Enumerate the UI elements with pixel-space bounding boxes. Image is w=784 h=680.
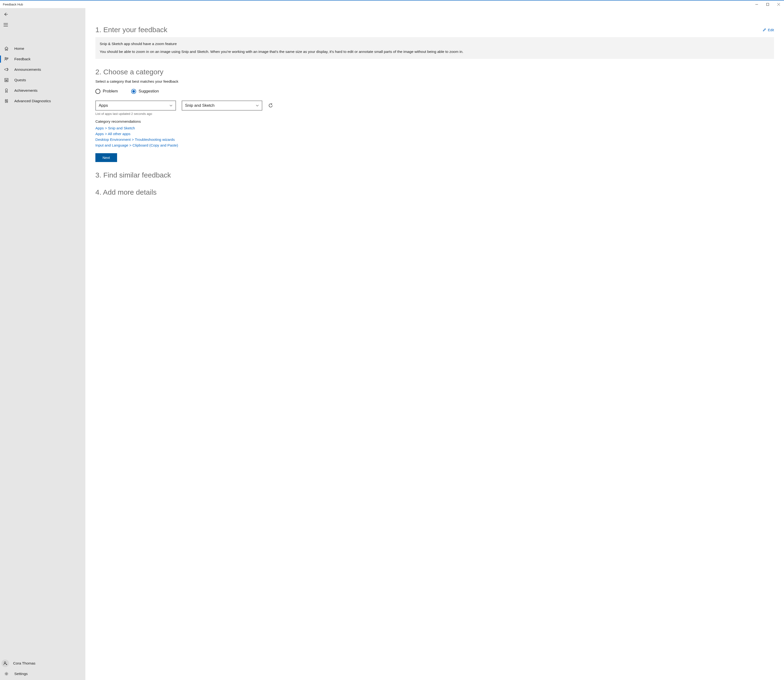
hamburger-button[interactable] (0, 19, 11, 30)
svg-point-1 (5, 57, 6, 59)
hamburger-icon (3, 22, 8, 27)
step2-heading: 2. Choose a category (95, 68, 774, 76)
back-arrow-icon (3, 12, 8, 17)
feedback-summary-box: Snip & Sketch app should have a zoom fea… (95, 37, 774, 59)
svg-rect-5 (7, 99, 8, 103)
award-icon (4, 88, 9, 93)
svg-point-6 (4, 662, 6, 663)
back-button[interactable] (0, 9, 11, 19)
chevron-down-icon (256, 104, 259, 107)
svg-rect-2 (5, 79, 8, 82)
sidebar: Home Feedback Announcements Quests (0, 8, 85, 680)
radio-suggestion[interactable]: Suggestion (131, 89, 159, 94)
gear-icon (4, 671, 9, 677)
step1-heading: 1. Enter your feedback (95, 26, 167, 34)
svg-rect-0 (767, 3, 769, 5)
svg-point-7 (6, 673, 7, 675)
sidebar-item-label: Settings (14, 672, 28, 676)
home-icon (4, 46, 9, 51)
sidebar-item-label: Home (14, 46, 24, 51)
svg-rect-4 (5, 99, 6, 103)
chevron-down-icon (169, 104, 173, 107)
avatar (2, 660, 9, 667)
minimize-button[interactable] (751, 0, 762, 8)
sidebar-item-label: Quests (14, 78, 26, 82)
svg-point-3 (5, 89, 8, 91)
edit-button[interactable]: Edit (762, 28, 774, 32)
quests-icon (4, 77, 9, 83)
sidebar-item-label: Feedback (14, 57, 30, 61)
pencil-icon (762, 28, 767, 32)
person-icon (3, 661, 8, 666)
radio-icon (95, 89, 100, 94)
window-title: Feedback Hub (3, 3, 23, 6)
radio-label: Problem (103, 89, 118, 94)
user-name: Cora Thomas (13, 661, 36, 666)
sidebar-item-home[interactable]: Home (0, 43, 85, 54)
refresh-button[interactable] (268, 103, 273, 108)
category-hint: List of apps last updated 2 seconds ago (95, 112, 774, 116)
step4-heading: 4. Add more details (95, 188, 774, 196)
feedback-icon (4, 57, 9, 62)
sidebar-item-label: Achievements (14, 88, 38, 93)
main-content: 1. Enter your feedback Edit Snip & Sketc… (85, 8, 784, 680)
sidebar-item-achievements[interactable]: Achievements (0, 85, 85, 96)
close-button[interactable] (773, 0, 784, 8)
maximize-icon (767, 3, 769, 6)
step3-heading: 3. Find similar feedback (95, 171, 774, 179)
sidebar-user[interactable]: Cora Thomas (0, 658, 85, 669)
refresh-icon (268, 103, 273, 108)
select-value: Apps (99, 103, 108, 108)
recommendation-link[interactable]: Desktop Environment > Troubleshooting wi… (95, 137, 774, 142)
sidebar-item-label: Advanced Diagnostics (14, 99, 51, 103)
sidebar-item-settings[interactable]: Settings (0, 669, 85, 679)
close-icon (777, 3, 780, 6)
recommendation-link[interactable]: Apps > Snip and Sketch (95, 126, 774, 130)
edit-label: Edit (768, 28, 774, 32)
sidebar-item-feedback[interactable]: Feedback (0, 54, 85, 65)
step2-subtext: Select a category that best matches your… (95, 79, 774, 83)
radio-icon (131, 89, 136, 94)
sidebar-item-label: Announcements (14, 68, 41, 72)
sidebar-item-diagnostics[interactable]: Advanced Diagnostics (0, 96, 85, 106)
sidebar-item-announcements[interactable]: Announcements (0, 65, 85, 75)
diagnostics-icon (4, 98, 9, 104)
recommendations-title: Category recommendations (95, 120, 774, 124)
recommendation-link[interactable]: Input and Language > Clipboard (Copy and… (95, 143, 774, 148)
minimize-icon (756, 3, 758, 6)
radio-problem[interactable]: Problem (95, 89, 118, 94)
category-select[interactable]: Apps (95, 101, 176, 110)
select-value: Snip and Sketch (185, 103, 215, 108)
subcategory-select[interactable]: Snip and Sketch (182, 101, 262, 110)
sidebar-item-quests[interactable]: Quests (0, 75, 85, 85)
titlebar: Feedback Hub (0, 0, 784, 8)
window-controls (751, 0, 784, 8)
next-button[interactable]: Next (95, 153, 117, 162)
maximize-button[interactable] (762, 0, 773, 8)
recommendation-link[interactable]: Apps > All other apps (95, 132, 774, 136)
feedback-body: You should be able to zoom in on an imag… (100, 49, 770, 54)
radio-label: Suggestion (139, 89, 159, 94)
feedback-title: Snip & Sketch app should have a zoom fea… (100, 41, 770, 46)
megaphone-icon (4, 67, 9, 72)
